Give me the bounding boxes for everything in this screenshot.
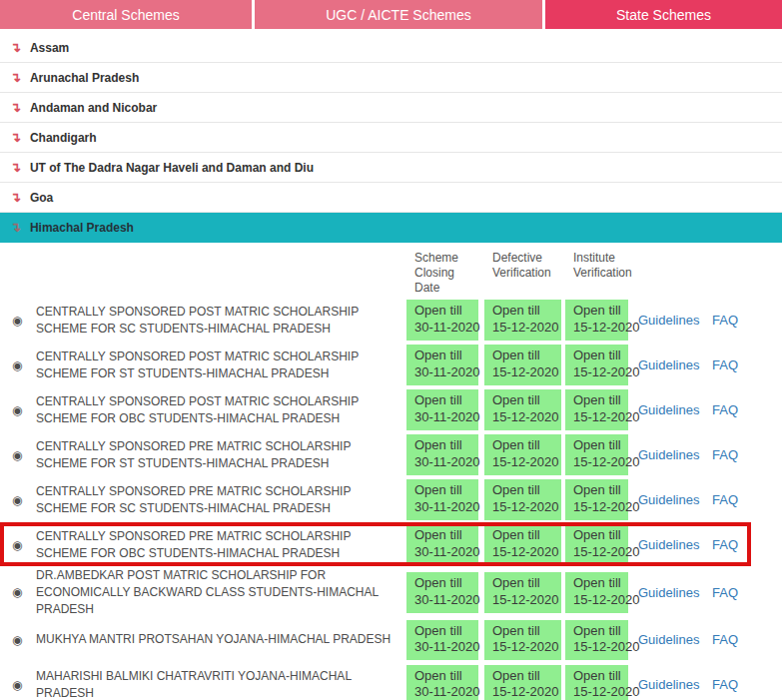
scheme-row: ◉ MUKHYA MANTRI PROTSAHAN YOJANA-HIMACHA…: [0, 617, 782, 662]
institute-date-value: 15-12-2020: [573, 454, 626, 471]
state-name: Himachal Pradesh: [30, 221, 134, 235]
defective-verification-cell: Open till 15-12-2020: [484, 572, 561, 613]
scheme-row: ◉ CENTRALLY SPONSORED PRE MATRIC SCHOLAR…: [0, 477, 782, 522]
guidelines-link[interactable]: Guidelines: [638, 492, 699, 507]
state-name: Assam: [30, 41, 69, 55]
expand-arrow-icon: ↴: [10, 191, 21, 204]
scheme-name: CENTRALLY SPONSORED PRE MATRIC SCHOLARSH…: [36, 483, 406, 517]
faq-link[interactable]: FAQ: [712, 537, 738, 552]
scheme-bullet-icon: ◉: [12, 538, 22, 552]
closing-date-value: 30-11-2020: [414, 684, 476, 700]
tab-central-schemes[interactable]: Central Schemes: [0, 0, 252, 29]
defective-date-value: 15-12-2020: [492, 364, 559, 381]
open-till-label: Open till: [573, 668, 626, 685]
column-header-institute-verification: Institute Verification: [565, 251, 632, 298]
scheme-closing-date-cell: Open till 30-11-2020: [406, 300, 478, 341]
defective-date-value: 15-12-2020: [492, 592, 559, 609]
institute-date-value: 15-12-2020: [573, 320, 626, 337]
institute-verification-cell: Open till 15-12-2020: [565, 434, 628, 475]
institute-date-value: 15-12-2020: [573, 592, 626, 609]
faq-link[interactable]: FAQ: [712, 313, 738, 328]
faq-link[interactable]: FAQ: [712, 402, 738, 417]
state-name: Andaman and Nicobar: [30, 101, 157, 115]
defective-date-value: 15-12-2020: [492, 454, 559, 471]
open-till-label: Open till: [492, 348, 559, 364]
closing-date-value: 30-11-2020: [414, 409, 476, 426]
scheme-bullet-icon: ◉: [12, 678, 22, 692]
open-till-label: Open till: [573, 348, 626, 364]
scheme-row: ◉ MAHARISHI BALMIKI CHATRAVRITI YOJANA-H…: [0, 662, 782, 700]
scheme-row-highlighted: ◉ CENTRALLY SPONSORED PRE MATRIC SCHOLAR…: [0, 522, 782, 567]
open-till-label: Open till: [573, 575, 626, 592]
open-till-label: Open till: [492, 575, 559, 592]
expand-arrow-icon: ↴: [10, 71, 21, 84]
defective-verification-cell: Open till 15-12-2020: [484, 479, 561, 520]
scheme-closing-date-cell: Open till 30-11-2020: [406, 434, 478, 475]
state-item-chandigarh[interactable]: ↴ Chandigarh: [0, 123, 782, 153]
defective-date-value: 15-12-2020: [492, 684, 559, 700]
defective-date-value: 15-12-2020: [492, 409, 559, 426]
guidelines-link[interactable]: Guidelines: [638, 447, 699, 462]
open-till-label: Open till: [492, 482, 559, 499]
open-till-label: Open till: [414, 527, 476, 544]
faq-link[interactable]: FAQ: [712, 677, 738, 692]
tab-state-schemes[interactable]: State Schemes: [545, 0, 782, 29]
open-till-label: Open till: [414, 623, 476, 640]
faq-link[interactable]: FAQ: [712, 492, 738, 507]
faq-link[interactable]: FAQ: [712, 447, 738, 462]
expand-arrow-icon: ↴: [10, 161, 21, 174]
defective-date-value: 15-12-2020: [492, 639, 559, 656]
scheme-bullet-icon: ◉: [12, 358, 22, 372]
scheme-name: CENTRALLY SPONSORED POST MATRIC SCHOLARS…: [36, 393, 406, 427]
faq-link[interactable]: FAQ: [712, 632, 738, 647]
defective-verification-cell: Open till 15-12-2020: [484, 524, 561, 565]
state-name: UT of The Dadra Nagar Haveli and Daman a…: [30, 161, 314, 175]
faq-link[interactable]: FAQ: [712, 585, 738, 600]
guidelines-link[interactable]: Guidelines: [638, 537, 699, 552]
scheme-row: ◉ CENTRALLY SPONSORED POST MATRIC SCHOLA…: [0, 387, 782, 432]
state-name: Chandigarh: [30, 131, 97, 145]
institute-verification-cell: Open till 15-12-2020: [565, 479, 628, 520]
defective-date-value: 15-12-2020: [492, 499, 559, 516]
state-accordion: ↴ Assam ↴ Arunachal Pradesh ↴ Andaman an…: [0, 33, 782, 243]
guidelines-link[interactable]: Guidelines: [638, 585, 699, 600]
guidelines-link[interactable]: Guidelines: [638, 357, 699, 372]
open-till-label: Open till: [573, 482, 626, 499]
closing-date-value: 30-11-2020: [414, 499, 476, 516]
open-till-label: Open till: [573, 437, 626, 454]
open-till-label: Open till: [414, 437, 476, 454]
scheme-closing-date-cell: Open till 30-11-2020: [406, 524, 478, 565]
tab-ugc-aicte-schemes[interactable]: UGC / AICTE Schemes: [255, 0, 542, 29]
open-till-label: Open till: [573, 392, 626, 409]
state-item-ut-dadra-nagar-haveli-daman-diu[interactable]: ↴ UT of The Dadra Nagar Haveli and Daman…: [0, 153, 782, 183]
state-item-andaman-and-nicobar[interactable]: ↴ Andaman and Nicobar: [0, 93, 782, 123]
open-till-label: Open till: [414, 303, 476, 320]
state-item-arunachal-pradesh[interactable]: ↴ Arunachal Pradesh: [0, 63, 782, 93]
guidelines-link[interactable]: Guidelines: [638, 313, 699, 328]
institute-date-value: 15-12-2020: [573, 364, 626, 381]
open-till-label: Open till: [573, 303, 626, 320]
defective-verification-cell: Open till 15-12-2020: [484, 300, 561, 341]
closing-date-value: 30-11-2020: [414, 364, 476, 381]
state-item-assam[interactable]: ↴ Assam: [0, 33, 782, 63]
institute-date-value: 15-12-2020: [573, 409, 626, 426]
guidelines-link[interactable]: Guidelines: [638, 677, 699, 692]
scheme-closing-date-cell: Open till 30-11-2020: [406, 572, 478, 613]
closing-date-value: 30-11-2020: [414, 454, 476, 471]
open-till-label: Open till: [414, 668, 476, 685]
column-header-defective-verification: Defective Verification: [484, 251, 565, 298]
defective-date-value: 15-12-2020: [492, 320, 559, 337]
faq-link[interactable]: FAQ: [712, 357, 738, 372]
scheme-row: ◉ CENTRALLY SPONSORED POST MATRIC SCHOLA…: [0, 298, 782, 343]
scheme-bullet-icon: ◉: [12, 403, 22, 417]
open-till-label: Open till: [573, 527, 626, 544]
state-item-himachal-pradesh[interactable]: ↴ Himachal Pradesh: [0, 213, 782, 243]
defective-verification-cell: Open till 15-12-2020: [484, 389, 561, 430]
state-item-goa[interactable]: ↴ Goa: [0, 183, 782, 213]
guidelines-link[interactable]: Guidelines: [638, 402, 699, 417]
schemes-tabbar: Central Schemes UGC / AICTE Schemes Stat…: [0, 0, 782, 29]
scheme-row: ◉ DR.AMBEDKAR POST MATRIC SCHOLARSHIP FO…: [0, 567, 782, 617]
guidelines-link[interactable]: Guidelines: [638, 632, 699, 647]
scheme-closing-date-cell: Open till 30-11-2020: [406, 665, 478, 700]
institute-verification-cell: Open till 15-12-2020: [565, 665, 628, 700]
